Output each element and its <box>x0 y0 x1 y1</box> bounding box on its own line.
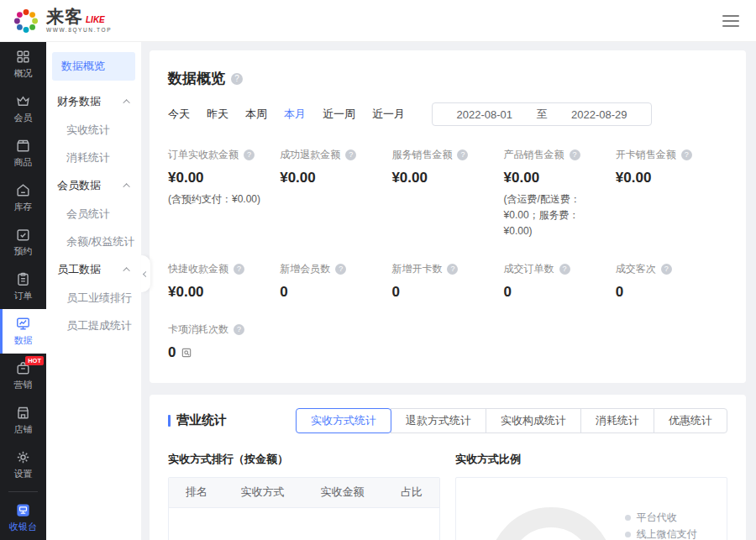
filter-this-month[interactable]: 本月 <box>284 107 306 122</box>
legend-item[interactable]: 平台代收 <box>625 510 708 527</box>
legend-dot <box>625 532 631 537</box>
tab-discount-stats[interactable]: 优惠统计 <box>654 408 727 433</box>
help-icon[interactable]: ? <box>231 73 243 85</box>
tab-income-composition-stats[interactable]: 实收构成统计 <box>486 408 581 433</box>
sidebar-divider <box>8 491 38 492</box>
stat-label: 新增会员数 <box>280 262 330 276</box>
sidebar-item-label: 库存 <box>14 201 33 213</box>
help-icon[interactable]: ? <box>559 264 570 275</box>
stat-label: 订单实收款金额 <box>168 148 239 162</box>
stat-label: 卡项消耗次数 <box>168 322 228 337</box>
filter-last-month[interactable]: 近一月 <box>372 107 405 122</box>
help-icon[interactable]: ? <box>335 264 346 275</box>
brand-tagline: LIKE <box>86 16 105 25</box>
filter-this-week[interactable]: 本周 <box>245 107 267 122</box>
tab-payment-method-stats[interactable]: 实收方式统计 <box>296 408 391 433</box>
hamburger-menu-icon[interactable] <box>722 12 739 30</box>
stat-value: 0 <box>280 284 391 301</box>
brand-url: WWW.8QYUN.TOP <box>46 28 112 34</box>
help-icon[interactable]: ? <box>661 264 672 275</box>
stat-label: 快捷收款金额 <box>168 262 228 276</box>
chevron-up-icon <box>123 99 129 106</box>
sidebar-item-appointments[interactable]: 预约 <box>0 220 46 265</box>
sidebar-item-marketing[interactable]: HOT 营销 <box>0 354 46 398</box>
sidebar-item-label: 订单 <box>14 290 33 302</box>
section-accent-bar <box>168 415 171 427</box>
chevron-up-icon <box>123 267 129 274</box>
sidebar-item-products[interactable]: 商品 <box>0 131 46 176</box>
stat-value: ¥0.00 <box>391 170 503 186</box>
submenu-item-staff-ranking[interactable]: 员工业绩排行 <box>46 284 141 312</box>
legend-item[interactable]: 线上微信支付 <box>625 527 708 540</box>
sidebar-item-orders[interactable]: 订单 <box>0 265 46 309</box>
sidebar-item-overview[interactable]: 概况 <box>0 42 46 87</box>
business-statistics-card: 营业统计 实收方式统计 退款方式统计 实收构成统计 消耗统计 优惠统计 实收方式… <box>150 395 746 540</box>
help-icon[interactable]: ? <box>244 149 255 160</box>
stat-label: 成交订单数 <box>504 262 554 276</box>
submenu-item-receipts-stats[interactable]: 实收统计 <box>46 116 141 144</box>
sidebar-item-label: 预约 <box>14 245 33 258</box>
tab-refund-method-stats[interactable]: 退款方式统计 <box>391 408 486 433</box>
stat-label: 产品销售金额 <box>504 148 564 162</box>
section-title: 营业统计 <box>176 412 227 428</box>
filter-yesterday[interactable]: 昨天 <box>207 107 228 122</box>
submenu-group-finance[interactable]: 财务数据 <box>46 87 141 116</box>
help-icon[interactable]: ? <box>345 149 356 160</box>
submenu-item-staff-commission[interactable]: 员工提成统计 <box>46 312 141 339</box>
stat-value: 0 <box>504 284 616 301</box>
stat-value: 0 <box>616 284 727 301</box>
legend-label: 平台代收 <box>637 511 677 525</box>
filter-today[interactable]: 今天 <box>168 107 190 122</box>
stat-card-sales: 开卡销售金额? ¥0.00 <box>616 148 727 240</box>
sidebar-item-label: 收银台 <box>9 521 37 533</box>
monitor-chart-icon <box>15 316 31 332</box>
cashier-icon <box>15 502 31 518</box>
help-icon[interactable]: ? <box>447 264 458 275</box>
sidebar-item-data[interactable]: 数据 <box>0 309 46 354</box>
main-content: 数据概览 ? 今天 昨天 本周 本月 近一周 近一月 2022-08-01 至 … <box>141 42 756 540</box>
stat-card-consumption: 卡项消耗次数? 0 <box>168 322 280 361</box>
submenu-group-members[interactable]: 会员数据 <box>46 171 141 200</box>
col-rank: 排名 <box>169 485 224 500</box>
sidebar-item-settings[interactable]: 设置 <box>0 443 46 487</box>
filter-last-week[interactable]: 近一周 <box>323 107 355 122</box>
submenu-item-member-stats[interactable]: 会员统计 <box>46 200 141 228</box>
app-window: 来客 LIKE WWW.8QYUN.TOP 概况 会员 商品 <box>0 0 756 540</box>
help-icon[interactable]: ? <box>681 149 692 160</box>
help-icon[interactable]: ? <box>457 149 468 160</box>
date-range-start[interactable]: 2022-08-01 <box>457 108 513 121</box>
stat-value: 0 <box>391 284 503 301</box>
submenu-item-balance-stats[interactable]: 余额/权益统计 <box>46 228 141 255</box>
tab-consumption-stats[interactable]: 消耗统计 <box>580 408 654 433</box>
brand-logo[interactable]: 来客 LIKE WWW.8QYUN.TOP <box>12 7 112 35</box>
date-range-end[interactable]: 2022-08-29 <box>571 108 627 121</box>
stat-refund: 成功退款金额? ¥0.00 <box>280 148 391 240</box>
stat-new-cards: 新增开卡数? 0 <box>391 262 503 301</box>
col-amount: 实收金额 <box>301 485 384 500</box>
clipboard-icon <box>15 271 31 287</box>
date-range-picker[interactable]: 2022-08-01 至 2022-08-29 <box>432 102 652 126</box>
help-icon[interactable]: ? <box>234 324 244 335</box>
chart-legend: 平台代收 线上微信支付 现金 其他 微信（记账） 支付宝（记账） POS机（记账… <box>625 510 708 540</box>
ranking-table: 排名 实收方式 实收金额 占比 <box>168 477 440 540</box>
stat-label: 新增开卡数 <box>391 262 442 276</box>
stat-order-received: 订单实收款金额? ¥0.00 (含预约支付：¥0.00) <box>168 148 280 240</box>
sidebar-item-cashier[interactable]: 收银台 <box>0 495 46 540</box>
submenu-item-data-overview[interactable]: 数据概览 <box>52 52 135 81</box>
stat-note: (含运费/配送费：¥0.00；服务费：¥0.00) <box>504 191 616 240</box>
submenu-group-staff[interactable]: 员工数据 <box>46 255 141 284</box>
crown-icon <box>15 93 31 109</box>
sidebar-item-shop[interactable]: 店铺 <box>0 398 46 443</box>
sidebar-item-inventory[interactable]: 库存 <box>0 176 46 220</box>
help-icon[interactable]: ? <box>234 264 244 275</box>
submenu-item-consumption-stats[interactable]: 消耗统计 <box>46 144 141 171</box>
chevron-left-icon <box>143 270 149 276</box>
sidebar-collapse-handle[interactable] <box>141 255 150 292</box>
sidebar-item-label: 设置 <box>14 468 33 480</box>
sidebar-item-members[interactable]: 会员 <box>0 87 46 131</box>
secondary-sidebar: 数据概览 财务数据 实收统计 消耗统计 会员数据 会员统计 余额/权益统计 员工… <box>46 42 141 540</box>
help-icon[interactable]: ? <box>570 149 580 160</box>
date-filter-row: 今天 昨天 本周 本月 近一周 近一月 2022-08-01 至 2022-08… <box>168 102 727 126</box>
view-detail-icon[interactable] <box>181 347 192 359</box>
stat-note: (含预约支付：¥0.00) <box>168 191 280 207</box>
